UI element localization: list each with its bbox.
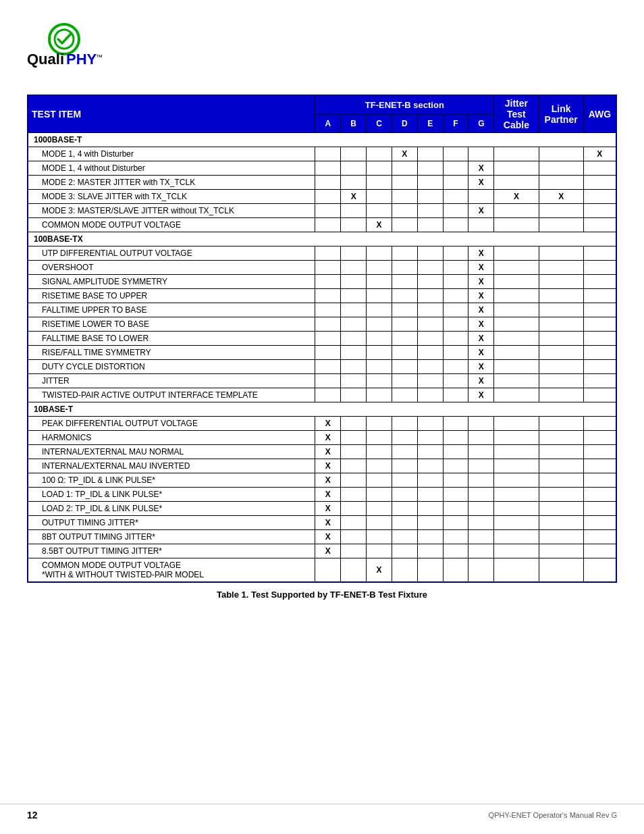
cell-e <box>417 417 443 431</box>
table-row: INTERNAL/EXTERNAL MAU INVERTEDX <box>28 459 616 473</box>
cell-d <box>392 346 417 360</box>
cell-e <box>417 261 443 275</box>
cell-awg <box>583 558 616 583</box>
cell-lp <box>539 473 583 488</box>
cell-e <box>417 147 443 161</box>
cell-b <box>341 473 367 488</box>
footer-manual-text: QPHY-ENET Operator's Manual Rev G <box>489 811 617 819</box>
cell-g: X <box>468 346 494 360</box>
cell-lp <box>539 204 583 218</box>
cell-d <box>392 445 417 459</box>
cell-e <box>417 473 443 488</box>
cell-g: X <box>468 303 494 317</box>
cell-b <box>341 417 367 431</box>
cell-a: X <box>315 502 341 516</box>
cell-jtc <box>494 246 539 261</box>
cell-b <box>341 502 367 516</box>
cell-e <box>417 445 443 459</box>
cell-f <box>443 502 468 516</box>
cell-awg <box>583 417 616 431</box>
cell-a <box>315 147 341 161</box>
cell-d <box>392 289 417 303</box>
cell-e <box>417 204 443 218</box>
cell-g: X <box>468 246 494 261</box>
table-row: UTP DIFFERENTIAL OUTPUT VOLTAGEX <box>28 246 616 261</box>
row-name: RISETIME BASE TO UPPER <box>28 289 315 303</box>
cell-b <box>341 346 367 360</box>
table-row: TWISTED-PAIR ACTIVE OUTPUT INTERFACE TEM… <box>28 388 616 402</box>
cell-a <box>315 374 341 388</box>
row-name: LOAD 2: TP_IDL & LINK PULSE* <box>28 502 315 516</box>
row-name: 8.5BT OUTPUT TIMING JITTER* <box>28 544 315 558</box>
cell-e <box>417 176 443 190</box>
cell-jtc <box>494 417 539 431</box>
cell-b <box>341 459 367 473</box>
cell-d <box>392 459 417 473</box>
cell-b <box>341 303 367 317</box>
cell-a <box>315 190 341 204</box>
cell-c <box>367 332 392 346</box>
cell-b <box>341 445 367 459</box>
cell-d <box>392 303 417 317</box>
cell-lp <box>539 558 583 583</box>
cell-f <box>443 431 468 445</box>
cell-a: X <box>315 417 341 431</box>
cell-c <box>367 473 392 488</box>
cell-c <box>367 303 392 317</box>
cell-g <box>468 445 494 459</box>
cell-e <box>417 346 443 360</box>
cell-awg <box>583 530 616 544</box>
table-row: OVERSHOOTX <box>28 261 616 275</box>
col-a-header: A <box>315 115 341 133</box>
row-name: DUTY CYCLE DISTORTION <box>28 360 315 374</box>
cell-b <box>341 204 367 218</box>
table-row: MODE 3: SLAVE JITTER with TX_TCLKXXX <box>28 190 616 204</box>
cell-lp <box>539 516 583 530</box>
cell-awg <box>583 431 616 445</box>
cell-a <box>315 161 341 176</box>
cell-g: X <box>468 161 494 176</box>
page-footer: 12 QPHY-ENET Operator's Manual Rev G <box>0 804 644 820</box>
logo-area: Quali PHY ™ <box>27 14 617 74</box>
cell-jtc <box>494 176 539 190</box>
cell-a: X <box>315 516 341 530</box>
cell-awg <box>583 246 616 261</box>
cell-d <box>392 275 417 289</box>
cell-a: X <box>315 431 341 445</box>
cell-c <box>367 204 392 218</box>
cell-e <box>417 246 443 261</box>
cell-g <box>468 147 494 161</box>
cell-f <box>443 488 468 502</box>
cell-g: X <box>468 289 494 303</box>
cell-awg <box>583 544 616 558</box>
cell-jtc <box>494 317 539 332</box>
cell-awg <box>583 388 616 402</box>
cell-b <box>341 176 367 190</box>
cell-awg <box>583 275 616 289</box>
table-row: PEAK DIFFERENTIAL OUTPUT VOLTAGEX <box>28 417 616 431</box>
table-row: FALLTIME UPPER TO BASEX <box>28 303 616 317</box>
cell-g <box>468 502 494 516</box>
cell-d <box>392 473 417 488</box>
cell-f <box>443 374 468 388</box>
row-name: OUTPUT TIMING JITTER* <box>28 516 315 530</box>
table-row: LOAD 2: TP_IDL & LINK PULSE*X <box>28 502 616 516</box>
cell-e <box>417 374 443 388</box>
cell-c: X <box>367 558 392 583</box>
section-row: 100BASE-TX <box>28 232 616 246</box>
cell-lp <box>539 246 583 261</box>
cell-e <box>417 388 443 402</box>
cell-d: X <box>392 147 417 161</box>
cell-g <box>468 190 494 204</box>
cell-d <box>392 246 417 261</box>
table-row: HARMONICSX <box>28 431 616 445</box>
cell-d <box>392 161 417 176</box>
cell-e <box>417 558 443 583</box>
cell-jtc <box>494 488 539 502</box>
cell-d <box>392 360 417 374</box>
cell-a <box>315 317 341 332</box>
cell-g: X <box>468 176 494 190</box>
cell-c <box>367 147 392 161</box>
cell-d <box>392 332 417 346</box>
row-name: MODE 1, 4 with Disturber <box>28 147 315 161</box>
